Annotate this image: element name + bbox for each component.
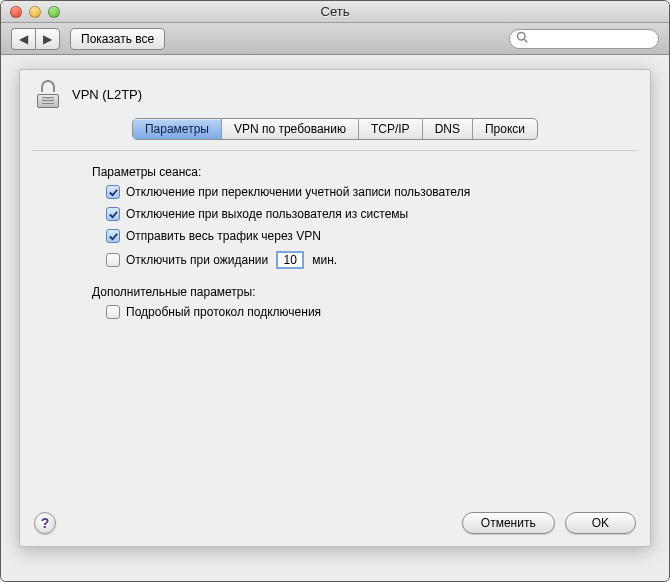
checkbox-send-all-traffic[interactable] — [106, 229, 120, 243]
label-disconnect-switch-user: Отключение при переключении учетной запи… — [126, 185, 470, 199]
search-input[interactable] — [532, 33, 652, 45]
tab-vpn-on-demand[interactable]: VPN по требованию — [222, 119, 359, 139]
window: Сеть ◀ ▶ Показать все — [0, 0, 670, 582]
toolbar: ◀ ▶ Показать все — [1, 23, 669, 55]
content-area: VPN (L2TP) Параметры VPN по требованию T… — [1, 55, 669, 582]
option-send-all-traffic: Отправить весь трафик через VPN — [106, 229, 632, 243]
checkbox-disconnect-idle[interactable] — [106, 253, 120, 267]
settings-sheet: VPN (L2TP) Параметры VPN по требованию T… — [19, 69, 651, 547]
svg-line-1 — [524, 39, 527, 42]
chevron-left-icon: ◀ — [19, 32, 28, 46]
close-window-button[interactable] — [10, 6, 22, 18]
search-field[interactable] — [509, 29, 659, 49]
label-disconnect-logout: Отключение при выходе пользователя из си… — [126, 207, 408, 221]
nav-button-group: ◀ ▶ — [11, 28, 60, 50]
label-disconnect-idle-prefix: Отключить при ожидании — [126, 253, 268, 267]
sheet-title: VPN (L2TP) — [72, 87, 142, 102]
tab-proxy[interactable]: Прокси — [473, 119, 537, 139]
traffic-lights — [1, 6, 60, 18]
svg-point-0 — [518, 33, 526, 41]
window-title: Сеть — [1, 4, 669, 19]
option-verbose-log: Подробный протокол подключения — [106, 305, 632, 319]
checkbox-verbose-log[interactable] — [106, 305, 120, 319]
search-icon — [516, 31, 528, 46]
checkbox-disconnect-switch-user[interactable] — [106, 185, 120, 199]
show-all-label: Показать все — [81, 32, 154, 46]
help-button[interactable]: ? — [34, 512, 56, 534]
option-disconnect-logout: Отключение при выходе пользователя из си… — [106, 207, 632, 221]
sheet-footer: ? Отменить OK — [20, 502, 650, 546]
sheet-header: VPN (L2TP) — [20, 70, 650, 116]
tab-bar: Параметры VPN по требованию TCP/IP DNS П… — [132, 118, 538, 140]
advanced-heading: Дополнительные параметры: — [88, 285, 632, 299]
ok-button[interactable]: OK — [565, 512, 636, 534]
label-verbose-log: Подробный протокол подключения — [126, 305, 321, 319]
help-icon: ? — [41, 515, 50, 531]
session-heading: Параметры сеанса: — [88, 165, 632, 179]
titlebar: Сеть — [1, 1, 669, 23]
zoom-window-button[interactable] — [48, 6, 60, 18]
cancel-button[interactable]: Отменить — [462, 512, 555, 534]
option-disconnect-idle: Отключить при ожидании мин. — [106, 251, 632, 269]
idle-minutes-input[interactable] — [276, 251, 304, 269]
forward-button[interactable]: ▶ — [35, 28, 60, 50]
label-disconnect-idle-suffix: мин. — [312, 253, 337, 267]
back-button[interactable]: ◀ — [11, 28, 35, 50]
chevron-right-icon: ▶ — [43, 32, 52, 46]
lock-icon — [34, 80, 62, 108]
tab-tcpip[interactable]: TCP/IP — [359, 119, 423, 139]
checkbox-disconnect-logout[interactable] — [106, 207, 120, 221]
show-all-button[interactable]: Показать все — [70, 28, 165, 50]
label-send-all-traffic: Отправить весь трафик через VPN — [126, 229, 321, 243]
option-disconnect-switch-user: Отключение при переключении учетной запи… — [106, 185, 632, 199]
parameters-pane: Параметры сеанса: Отключение при переклю… — [32, 150, 638, 502]
tab-dns[interactable]: DNS — [423, 119, 473, 139]
minimize-window-button[interactable] — [29, 6, 41, 18]
tab-parameters[interactable]: Параметры — [133, 119, 222, 139]
